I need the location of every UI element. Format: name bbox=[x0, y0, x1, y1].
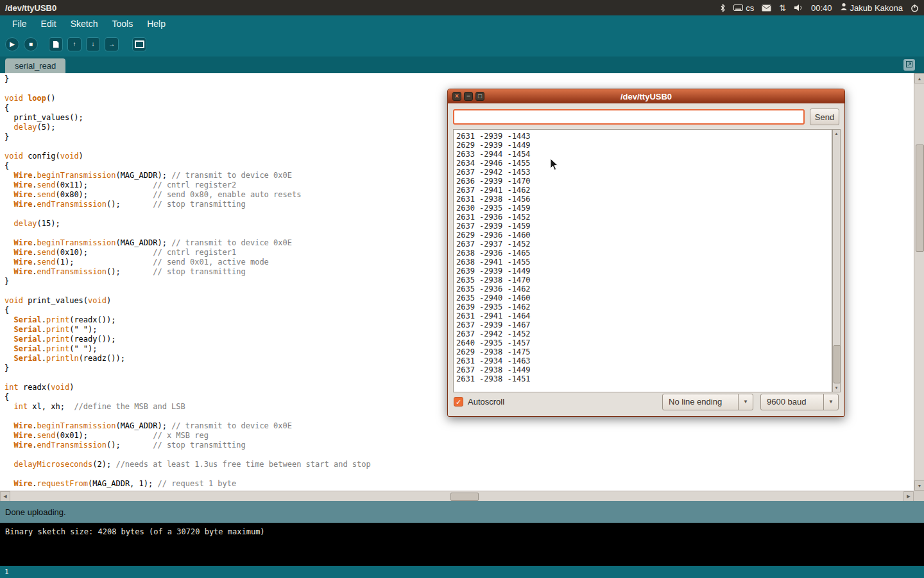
scroll-up-icon[interactable]: ▲ bbox=[914, 73, 924, 83]
serial-line: 2633 -2944 -1454 bbox=[456, 150, 832, 159]
toolbar: ▶■↑↓→ bbox=[0, 32, 924, 57]
serial-line: 2637 -2942 -1452 bbox=[456, 329, 832, 338]
serial-input[interactable] bbox=[453, 109, 805, 125]
code-line bbox=[4, 469, 914, 479]
serial-monitor-button[interactable] bbox=[132, 37, 146, 51]
serial-monitor-titlebar[interactable]: × – □ /dev/ttyUSB0 bbox=[448, 89, 844, 103]
scroll-up-icon[interactable]: ▲ bbox=[833, 130, 840, 137]
line-number: 1 bbox=[4, 568, 9, 576]
menu-item-tools[interactable]: Tools bbox=[105, 15, 141, 32]
scroll-down-icon[interactable]: ▼ bbox=[914, 480, 924, 491]
chevron-down-icon[interactable]: ▼ bbox=[823, 394, 838, 410]
save-button[interactable]: ↓ bbox=[86, 37, 100, 51]
close-button[interactable]: × bbox=[452, 92, 461, 101]
scroll-left-icon[interactable]: ◀ bbox=[0, 491, 10, 502]
code-line: Wire.endTransmission(); // stop transmit… bbox=[4, 441, 914, 450]
arrow-right-icon: → bbox=[108, 41, 115, 48]
chevron-down-icon[interactable]: ▼ bbox=[738, 394, 753, 410]
stop-icon: ■ bbox=[29, 41, 33, 48]
serial-line: 2635 -2940 -1460 bbox=[456, 293, 832, 302]
panel-indicators: cs ⇅ 00:40 Jakub Kakona bbox=[720, 3, 924, 13]
serial-monitor-icon bbox=[135, 40, 144, 48]
vertical-scroll-thumb[interactable] bbox=[916, 144, 924, 252]
baud-rate-dropdown[interactable]: 9600 baud ▼ bbox=[760, 394, 839, 410]
serial-monitor-title: /dev/ttyUSB0 bbox=[620, 92, 672, 101]
serial-line: 2629 -2938 -1475 bbox=[456, 347, 832, 356]
serial-monitor-controls: ✓ Autoscroll No line ending ▼ 9600 baud … bbox=[448, 393, 844, 410]
serial-line: 2637 -2939 -1459 bbox=[456, 222, 832, 231]
user-icon bbox=[840, 3, 848, 13]
minimize-button[interactable]: – bbox=[464, 92, 473, 101]
line-ending-dropdown[interactable]: No line ending ▼ bbox=[662, 394, 753, 410]
serial-line: 2638 -2936 -1465 bbox=[456, 249, 832, 258]
status-bar: Done uploading. bbox=[0, 501, 924, 523]
stop-button[interactable]: ■ bbox=[24, 37, 38, 51]
upload-button[interactable]: → bbox=[105, 37, 119, 51]
menu-item-edit[interactable]: Edit bbox=[34, 15, 64, 32]
volume-icon[interactable] bbox=[794, 4, 803, 12]
maximize-button[interactable]: □ bbox=[475, 92, 484, 101]
autoscroll-label: Autoscroll bbox=[468, 397, 504, 407]
serial-scrollbar[interactable]: ▲ ▼ bbox=[832, 129, 841, 392]
tab-serial-read[interactable]: serial_read bbox=[5, 58, 65, 73]
sync-arrows-icon[interactable]: ⇅ bbox=[779, 4, 786, 12]
open-button[interactable]: ↑ bbox=[67, 37, 81, 51]
send-button[interactable]: Send bbox=[810, 109, 839, 125]
user-indicator[interactable]: Jakub Kakona bbox=[840, 3, 903, 13]
horizontal-scroll-thumb[interactable] bbox=[450, 493, 479, 501]
line-indicator-strip: 1 bbox=[0, 566, 924, 578]
check-icon: ✓ bbox=[456, 398, 461, 406]
serial-line: 2637 -2938 -1449 bbox=[456, 365, 832, 374]
serial-line: 2637 -2942 -1453 bbox=[456, 168, 832, 177]
new-sketch-button[interactable] bbox=[49, 37, 63, 51]
serial-line: 2631 -2938 -1456 bbox=[456, 195, 832, 204]
code-line: } bbox=[4, 74, 914, 84]
top-panel: /dev/ttyUSB0 cs ⇅ 00:40 bbox=[0, 0, 924, 15]
serial-line: 2631 -2936 -1452 bbox=[456, 213, 832, 222]
code-line: Wire.requestFrom(MAG_ADDR, 1); // reques… bbox=[4, 479, 914, 489]
new-file-icon bbox=[53, 41, 59, 48]
console-output: Binary sketch size: 4208 bytes (of a 307… bbox=[0, 523, 924, 566]
tab-label: serial_read bbox=[15, 61, 56, 71]
serial-line: 2635 -2936 -1462 bbox=[456, 285, 832, 293]
scroll-right-icon[interactable]: ▶ bbox=[903, 491, 914, 502]
autoscroll-checkbox[interactable]: ✓ bbox=[454, 397, 463, 407]
serial-output-wrap: 2631 -2939 -14432629 -2939 -14492633 -29… bbox=[453, 129, 841, 392]
verify-button[interactable]: ▶ bbox=[5, 37, 19, 51]
scroll-down-icon[interactable]: ▼ bbox=[833, 384, 840, 392]
serial-line: 2629 -2936 -1460 bbox=[456, 231, 832, 240]
serial-line: 2639 -2939 -1449 bbox=[456, 267, 832, 276]
new-tab-icon bbox=[905, 59, 913, 71]
serial-line: 2634 -2946 -1455 bbox=[456, 159, 832, 168]
arrow-down-icon: ↓ bbox=[92, 41, 95, 48]
menu-item-sketch[interactable]: Sketch bbox=[64, 15, 105, 32]
window-title: /dev/ttyUSB0 bbox=[5, 3, 56, 13]
tab-menu-button[interactable] bbox=[903, 59, 915, 71]
clock[interactable]: 00:40 bbox=[811, 3, 832, 13]
bluetooth-icon[interactable] bbox=[720, 4, 726, 12]
menu-bar: FileEditSketchToolsHelp bbox=[0, 15, 924, 32]
keyboard-indicator[interactable]: cs bbox=[733, 3, 754, 13]
serial-line: 2635 -2938 -1470 bbox=[456, 276, 832, 285]
menu-item-file[interactable]: File bbox=[5, 15, 34, 32]
editor-horizontal-scrollbar[interactable]: ◀ ▶ bbox=[0, 491, 914, 501]
editor-vertical-scrollbar[interactable]: ▲ ▼ bbox=[914, 73, 924, 491]
tab-bar: serial_read bbox=[0, 57, 924, 73]
serial-line: 2638 -2941 -1455 bbox=[456, 258, 832, 267]
screen: /dev/ttyUSB0 cs ⇅ 00:40 bbox=[0, 0, 924, 578]
serial-input-row: Send bbox=[448, 103, 844, 130]
serial-line: 2636 -2939 -1470 bbox=[456, 177, 832, 186]
serial-line: 2637 -2941 -1462 bbox=[456, 186, 832, 195]
code-line: Wire.send(0x01); // x MSB reg bbox=[4, 431, 914, 441]
dropdown-group: No line ending ▼ 9600 baud ▼ bbox=[662, 394, 839, 410]
scrollbar-corner bbox=[914, 491, 924, 501]
serial-line: 2637 -2937 -1452 bbox=[456, 240, 832, 249]
window-controls: × – □ bbox=[452, 92, 484, 101]
console-text: Binary sketch size: 4208 bytes (of a 307… bbox=[5, 527, 265, 536]
mail-icon[interactable] bbox=[762, 4, 771, 12]
serial-scroll-thumb[interactable] bbox=[834, 345, 841, 383]
power-icon[interactable] bbox=[911, 4, 919, 12]
arrow-up-icon: ↑ bbox=[73, 41, 76, 48]
menu-item-help[interactable]: Help bbox=[140, 15, 173, 32]
serial-monitor-window: × – □ /dev/ttyUSB0 Send 2631 -2939 -1443… bbox=[447, 89, 845, 417]
